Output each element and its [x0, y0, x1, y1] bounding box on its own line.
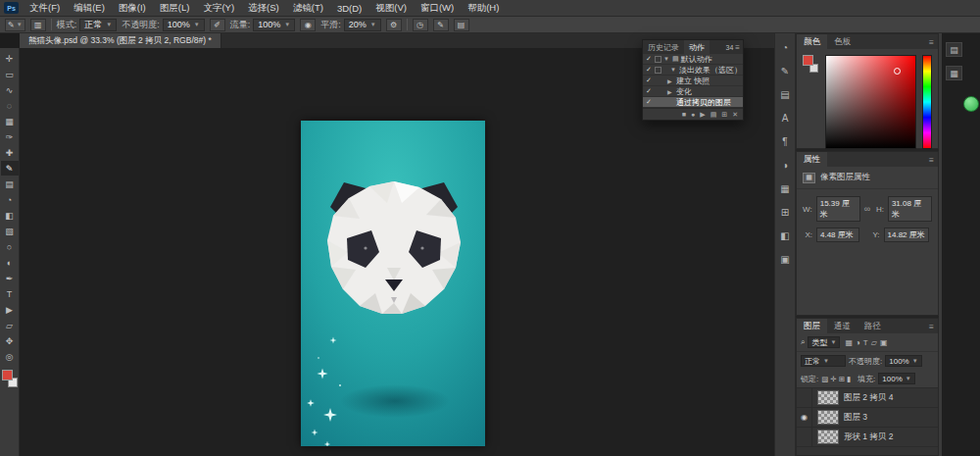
flow-select[interactable]: 100% ▼: [253, 19, 295, 31]
visibility-toggle[interactable]: ◉: [797, 408, 812, 427]
tab-properties[interactable]: 属性: [797, 152, 827, 167]
hue-slider[interactable]: [922, 55, 932, 149]
healing-brush-tool[interactable]: ✚: [1, 145, 19, 160]
menu-select[interactable]: 选择(S): [241, 2, 286, 15]
menu-window[interactable]: 窗口(W): [414, 2, 461, 15]
document-canvas[interactable]: [301, 121, 485, 446]
eyedropper-tool[interactable]: ✑: [1, 129, 19, 144]
panel-menu-icon[interactable]: ≡: [929, 37, 938, 47]
layer-row[interactable]: ◉ 图层 3: [797, 408, 938, 428]
menu-help[interactable]: 帮助(H): [461, 2, 506, 15]
delete-icon[interactable]: ✕: [732, 111, 738, 119]
tab-history[interactable]: 历史记录: [643, 40, 684, 54]
styles-panel-icon[interactable]: ◧: [777, 228, 793, 242]
tab-actions[interactable]: 动作: [684, 40, 710, 54]
check-icon[interactable]: ✓: [645, 76, 653, 84]
smoothing-select[interactable]: 20% ▼: [344, 19, 381, 31]
dialog-toggle[interactable]: [655, 56, 662, 63]
filter-adjustment-icon[interactable]: ◑: [856, 338, 860, 347]
new-set-icon[interactable]: ▤: [710, 111, 717, 119]
opacity-select[interactable]: 100% ▼: [163, 19, 205, 31]
panel-menu-icon[interactable]: ≡: [929, 155, 938, 165]
mode-select[interactable]: 正常 ▼: [79, 19, 117, 31]
clone-stamp-tool[interactable]: ▤: [1, 177, 19, 191]
quick-selection-tool[interactable]: ◌: [1, 98, 19, 113]
x-field[interactable]: 4.48 厘米: [816, 228, 859, 242]
dodge-tool[interactable]: ◐: [1, 255, 19, 270]
path-selection-tool[interactable]: ▶: [1, 302, 19, 317]
link-dimensions-icon[interactable]: ∞: [864, 204, 870, 214]
brush-angle-control[interactable]: ◷: [413, 19, 428, 31]
visibility-toggle[interactable]: [797, 428, 812, 446]
record-icon[interactable]: ●: [691, 111, 695, 118]
airbrush-toggle[interactable]: ◉: [300, 19, 316, 31]
pen-tool[interactable]: ✒: [1, 271, 19, 285]
check-icon[interactable]: ✓: [645, 66, 653, 74]
brush-preset-picker[interactable]: ✎ ▼: [5, 19, 25, 31]
brush-settings-panel-icon[interactable]: ✎: [777, 64, 793, 77]
pressure-size-toggle[interactable]: ✎: [433, 19, 449, 31]
menu-type[interactable]: 文字(Y): [196, 2, 241, 15]
action-step-row-selected[interactable]: ✓ 通过拷贝的图层: [643, 97, 743, 108]
action-row[interactable]: ✓ ▼ 淡出效果（选区）: [643, 65, 743, 76]
type-tool[interactable]: T: [1, 286, 19, 301]
layer-thumbnail[interactable]: [817, 430, 839, 444]
eraser-tool[interactable]: ◧: [1, 208, 19, 223]
adjustments-panel-icon[interactable]: ◑: [777, 158, 793, 172]
height-field[interactable]: 31.08 厘米: [888, 196, 932, 222]
filter-type-icon[interactable]: T: [863, 338, 868, 347]
libraries-panel-icon[interactable]: ▦: [946, 66, 962, 80]
menu-view[interactable]: 视图(V): [368, 2, 414, 15]
navigator-panel-icon[interactable]: ▦: [777, 181, 793, 195]
layer-row[interactable]: 形状 1 拷贝 2: [797, 428, 938, 447]
floating-green-badge[interactable]: [963, 96, 979, 112]
gradient-tool[interactable]: ▧: [1, 224, 19, 238]
layer-row[interactable]: 图层 2 拷贝 4: [797, 388, 938, 408]
notes-panel-icon[interactable]: ▣: [777, 252, 793, 266]
y-field[interactable]: 14.82 厘米: [884, 228, 929, 242]
fill-select[interactable]: 100% ▼: [878, 373, 914, 384]
layer-thumbnail[interactable]: [817, 410, 839, 425]
check-icon[interactable]: ✓: [645, 55, 653, 63]
filter-smartobject-icon[interactable]: ▣: [880, 338, 888, 347]
lock-transparency-icon[interactable]: ▨: [821, 375, 828, 383]
tab-swatches[interactable]: 色板: [827, 34, 858, 49]
smoothing-options-gear-icon[interactable]: ⚙: [386, 19, 402, 31]
crop-tool[interactable]: ▦: [1, 114, 19, 128]
panel-menu-icon[interactable]: ≡: [735, 43, 743, 52]
chevron-down-icon[interactable]: ▼: [670, 67, 677, 73]
hand-tool[interactable]: ✥: [1, 333, 19, 348]
action-step-row[interactable]: ✓ ▶ 变化: [643, 86, 743, 97]
panel-scrollbar[interactable]: [939, 33, 942, 456]
lock-position-icon[interactable]: ✛: [830, 375, 836, 383]
brush-settings-toggle[interactable]: ▥: [30, 19, 46, 31]
menu-layer[interactable]: 图层(L): [153, 2, 197, 15]
new-action-icon[interactable]: ⊞: [721, 111, 727, 119]
shape-tool[interactable]: ▱: [1, 318, 19, 332]
tab-color[interactable]: 颜色: [797, 34, 827, 49]
action-set-row[interactable]: ✓ ▼ ▤ 默认动作: [643, 54, 743, 65]
play-icon[interactable]: ▶: [700, 111, 705, 119]
width-field[interactable]: 15.39 厘米: [816, 196, 860, 222]
filter-type-select[interactable]: 类型 ▼: [808, 336, 840, 348]
layer-opacity-select[interactable]: 100% ▼: [885, 355, 921, 367]
marquee-tool[interactable]: ▭: [1, 67, 19, 81]
foreground-color-swatch[interactable]: [803, 55, 813, 66]
learn-panel-icon[interactable]: ▤: [946, 42, 962, 57]
menu-3d[interactable]: 3D(D): [330, 3, 368, 14]
menu-image[interactable]: 图像(I): [112, 2, 153, 15]
dialog-toggle[interactable]: [655, 67, 662, 74]
lock-all-icon[interactable]: ▮: [847, 375, 851, 383]
history-brush-tool[interactable]: ◔: [1, 192, 19, 207]
check-icon[interactable]: ✓: [645, 87, 653, 95]
filter-shape-icon[interactable]: ▱: [871, 338, 877, 347]
chevron-down-icon[interactable]: ▼: [663, 56, 670, 62]
menu-filter[interactable]: 滤镜(T): [286, 2, 330, 15]
chevron-right-icon[interactable]: ▶: [667, 88, 674, 95]
document-tab[interactable]: 熊猫头像.psd @ 33.3% (图层 2 拷贝 2, RGB/8#) *: [20, 33, 221, 48]
lock-artboard-icon[interactable]: ⊞: [839, 375, 845, 383]
zoom-tool[interactable]: ◎: [1, 349, 19, 364]
pressure-opacity-toggle[interactable]: ✐: [210, 19, 225, 31]
panel-menu-icon[interactable]: ≡: [929, 322, 938, 331]
symmetry-toggle[interactable]: ▤: [454, 19, 469, 31]
